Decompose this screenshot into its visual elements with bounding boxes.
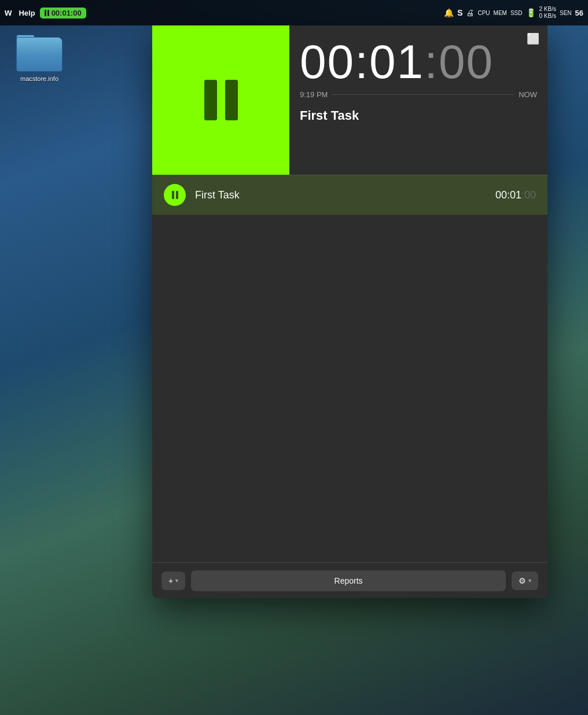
cpu-icon: CPU — [477, 10, 490, 16]
task-row-pause-bar-left — [172, 191, 174, 199]
timer-main: 00:01 — [300, 35, 424, 88]
reports-button[interactable]: Reports — [191, 570, 506, 591]
mem-icon: MEM — [494, 10, 507, 16]
pause-icon-small — [45, 10, 49, 16]
task-row-time: 00:01:00 — [495, 189, 536, 201]
task-row[interactable]: First Task 00:01:00 — [152, 175, 547, 215]
help-menu[interactable]: Help — [19, 9, 35, 17]
timer-display-area: ⬜ 00:01:00 9:19 PM NOW First Task — [289, 25, 547, 175]
add-button[interactable]: + ▾ — [161, 572, 185, 590]
ssd-icon: SSD — [510, 10, 523, 16]
s-icon[interactable]: S — [457, 8, 462, 17]
add-chevron: ▾ — [175, 577, 178, 584]
pause-icon-large — [204, 80, 238, 120]
timer-time-range: 9:19 PM NOW — [300, 90, 537, 99]
task-name-header: First Task — [300, 108, 537, 123]
time-dots — [332, 94, 514, 95]
task-time-bright: 00:01 — [495, 189, 521, 201]
new-entry-icon[interactable]: ⬜ — [527, 32, 539, 45]
menubar-right: 🔔 S 🖨 CPU MEM SSD 🔋 2 KB/s 0 KB/s SEN 56 — [444, 6, 583, 20]
pause-bar-left — [45, 10, 46, 16]
folder-icon — [16, 35, 63, 72]
desktop-folder[interactable]: macstore.info — [16, 35, 63, 82]
gear-icon: ⚙ — [519, 576, 526, 585]
sen-value: 56 — [575, 9, 583, 17]
task-list-area: First Task 00:01:00 — [152, 175, 547, 215]
add-label: + — [168, 576, 173, 585]
bell-icon[interactable]: 🔔 — [444, 8, 454, 17]
timer-seconds: :00 — [424, 35, 494, 88]
menubar: w Help 00:01:00 🔔 S 🖨 CPU MEM SSD 🔋 2 KB… — [0, 0, 588, 25]
pause-bar-large-right — [225, 80, 238, 120]
menubar-timer-badge[interactable]: 00:01:00 — [40, 8, 86, 19]
pause-bar-large-left — [204, 80, 217, 120]
reports-label: Reports — [335, 576, 363, 585]
network-info: 2 KB/s 0 KB/s — [539, 6, 556, 20]
time-end: NOW — [519, 90, 537, 99]
battery-icon: 🔋 — [526, 8, 536, 17]
network-up: 2 KB/s — [539, 6, 556, 13]
panel-footer: + ▾ Reports ⚙ ▾ — [152, 562, 547, 598]
panel-body — [152, 215, 547, 562]
folder-label: macstore.info — [20, 75, 58, 82]
printer-icon[interactable]: 🖨 — [466, 8, 474, 17]
gear-chevron: ▾ — [528, 577, 531, 584]
time-start: 9:19 PM — [300, 90, 328, 99]
task-row-pause-bar-right — [176, 191, 178, 199]
green-pause-area[interactable] — [152, 25, 289, 175]
task-time-dim: :00 — [521, 189, 536, 201]
task-row-name: First Task — [195, 189, 495, 201]
popup-panel: ⬜ 00:01:00 9:19 PM NOW First Task First … — [152, 25, 547, 598]
network-down: 0 KB/s — [539, 13, 556, 20]
pause-bar-right — [47, 10, 49, 16]
gear-button[interactable]: ⚙ ▾ — [512, 572, 538, 590]
task-row-pause-icon — [172, 191, 178, 199]
menubar-timer-text: 00:01:00 — [52, 9, 82, 17]
sen-label: SEN — [560, 10, 572, 16]
menubar-left: w Help — [5, 8, 35, 18]
folder-icon-body — [16, 37, 63, 72]
apple-menu[interactable]: w — [5, 8, 12, 18]
panel-header: ⬜ 00:01:00 9:19 PM NOW First Task — [152, 25, 547, 175]
timer-clock: 00:01:00 — [300, 38, 537, 86]
task-row-pause-button[interactable] — [164, 184, 186, 206]
